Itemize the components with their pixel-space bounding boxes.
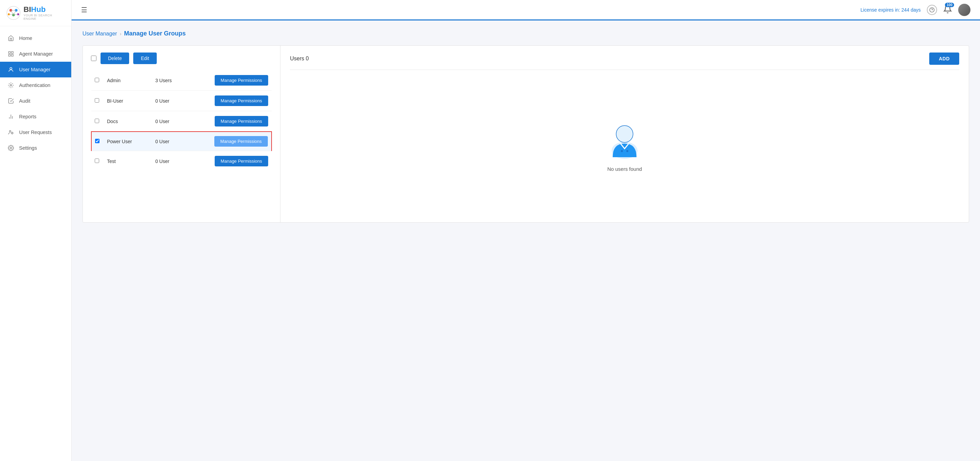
manage-permissions-docs[interactable]: Manage Permissions xyxy=(215,116,268,126)
group-name-test: Test xyxy=(103,151,152,172)
logo-bi: BI xyxy=(24,5,31,14)
group-name-poweruser: Power User xyxy=(103,132,152,151)
groups-panel: Delete Edit Admin 3 Users Manage Permiss… xyxy=(83,46,280,222)
notification-badge: 100 xyxy=(945,3,954,7)
sidebar-item-home[interactable]: Home xyxy=(0,30,71,46)
sidebar-item-audit-label: Audit xyxy=(19,98,30,104)
row-checkbox-poweruser[interactable] xyxy=(95,139,100,143)
svg-point-27 xyxy=(626,150,628,152)
sidebar-nav: Home Agent Manager User Manager Authenti… xyxy=(0,26,71,461)
add-user-button[interactable]: ADD xyxy=(929,53,959,65)
main-area: ☰ License expires in: 244 days 100 User … xyxy=(72,0,980,461)
table-row: BI-User 0 User Manage Permissions xyxy=(91,91,272,111)
svg-point-21 xyxy=(11,132,13,134)
sidebar-item-user-requests[interactable]: User Requests xyxy=(0,124,71,140)
authentication-icon xyxy=(8,82,14,89)
select-all-checkbox[interactable] xyxy=(91,56,96,61)
svg-point-26 xyxy=(621,150,623,152)
sidebar-item-user-manager-label: User Manager xyxy=(19,67,51,72)
breadcrumb-separator: › xyxy=(119,31,121,37)
users-header: Users 0 ADD xyxy=(290,53,959,70)
sidebar-item-agent-manager[interactable]: Agent Manager xyxy=(0,46,71,62)
svg-rect-14 xyxy=(11,54,13,56)
sidebar-item-settings-label: Settings xyxy=(19,145,37,151)
breadcrumb: User Manager › Manage User Groups xyxy=(83,30,969,37)
group-count-biuser: 0 User xyxy=(152,91,179,111)
home-icon xyxy=(8,35,14,41)
svg-line-7 xyxy=(11,10,14,15)
groups-table: Admin 3 Users Manage Permissions BI-User… xyxy=(91,70,272,171)
row-checkbox-docs[interactable] xyxy=(95,119,99,123)
manage-permissions-biuser[interactable]: Manage Permissions xyxy=(215,96,268,106)
svg-line-8 xyxy=(14,10,16,15)
logo-hub: Hub xyxy=(31,5,46,14)
sidebar-item-authentication[interactable]: Authentication xyxy=(0,77,71,93)
group-count-admin: 3 Users xyxy=(152,70,179,91)
table-row-selected: Power User 0 User Manage Permissions xyxy=(91,132,272,151)
group-name-biuser: BI-User xyxy=(103,91,152,111)
svg-rect-13 xyxy=(8,54,10,56)
sidebar-item-audit[interactable]: Audit xyxy=(0,93,71,109)
help-button[interactable] xyxy=(927,5,937,15)
settings-icon xyxy=(8,145,14,152)
breadcrumb-parent[interactable]: User Manager xyxy=(83,31,117,37)
groups-toolbar: Delete Edit xyxy=(91,53,272,64)
table-row: Admin 3 Users Manage Permissions xyxy=(91,70,272,91)
row-checkbox-biuser[interactable] xyxy=(95,98,99,103)
sidebar: BIHub YOUR BI SEARCH ENGINE Home Agent M… xyxy=(0,0,72,461)
notifications-button[interactable]: 100 xyxy=(943,5,952,15)
users-panel: Users 0 ADD xyxy=(280,46,969,222)
user-requests-icon xyxy=(8,129,14,136)
sidebar-item-auth-label: Authentication xyxy=(19,83,51,88)
svg-point-20 xyxy=(10,131,11,132)
content-area: User Manager › Manage User Groups Delete… xyxy=(72,21,980,461)
no-users-area: No users found xyxy=(290,76,959,215)
sidebar-item-ur-label: User Requests xyxy=(19,129,52,135)
sidebar-item-reports-label: Reports xyxy=(19,114,37,119)
group-count-docs: 0 User xyxy=(152,111,179,132)
svg-rect-12 xyxy=(11,51,13,53)
sidebar-item-home-label: Home xyxy=(19,35,32,41)
sidebar-item-user-manager[interactable]: User Manager xyxy=(0,62,71,77)
group-count-test: 0 User xyxy=(152,151,179,172)
svg-point-0 xyxy=(7,6,20,20)
audit-icon xyxy=(8,97,14,104)
no-users-icon xyxy=(604,120,645,161)
logo-tagline: YOUR BI SEARCH ENGINE xyxy=(24,14,65,21)
sidebar-item-settings[interactable]: Settings xyxy=(0,140,71,156)
user-avatar[interactable] xyxy=(958,4,970,16)
agent-icon xyxy=(8,51,14,57)
svg-point-16 xyxy=(10,85,12,86)
topbar: ☰ License expires in: 244 days 100 xyxy=(72,0,980,21)
reports-icon xyxy=(8,113,14,120)
group-name-docs: Docs xyxy=(103,111,152,132)
row-checkbox-test[interactable] xyxy=(95,159,99,163)
user-manager-icon xyxy=(8,66,14,73)
manage-permissions-admin[interactable]: Manage Permissions xyxy=(215,75,268,86)
svg-point-22 xyxy=(10,147,12,149)
row-checkbox-admin[interactable] xyxy=(95,78,99,82)
group-name-admin: Admin xyxy=(103,70,152,91)
edit-button[interactable]: Edit xyxy=(133,53,156,64)
users-count: Users 0 xyxy=(290,56,309,62)
main-panels: Delete Edit Admin 3 Users Manage Permiss… xyxy=(83,45,969,223)
no-users-text: No users found xyxy=(607,166,642,172)
table-row: Docs 0 User Manage Permissions xyxy=(91,111,272,132)
svg-point-29 xyxy=(616,126,633,142)
license-text: License expires in: 244 days xyxy=(861,7,921,13)
logo-icon xyxy=(6,5,21,21)
sidebar-item-agent-label: Agent Manager xyxy=(19,51,53,57)
sidebar-item-reports[interactable]: Reports xyxy=(0,109,71,124)
delete-button[interactable]: Delete xyxy=(100,53,129,64)
group-count-poweruser: 0 User xyxy=(152,132,179,151)
svg-point-15 xyxy=(10,67,12,70)
hamburger-icon[interactable]: ☰ xyxy=(81,6,87,14)
logo: BIHub YOUR BI SEARCH ENGINE xyxy=(0,0,71,26)
manage-permissions-poweruser[interactable]: Manage Permissions xyxy=(214,136,268,147)
breadcrumb-current: Manage User Groups xyxy=(124,30,186,37)
manage-permissions-test[interactable]: Manage Permissions xyxy=(215,156,268,166)
table-row: Test 0 User Manage Permissions xyxy=(91,151,272,172)
svg-rect-11 xyxy=(8,51,10,53)
